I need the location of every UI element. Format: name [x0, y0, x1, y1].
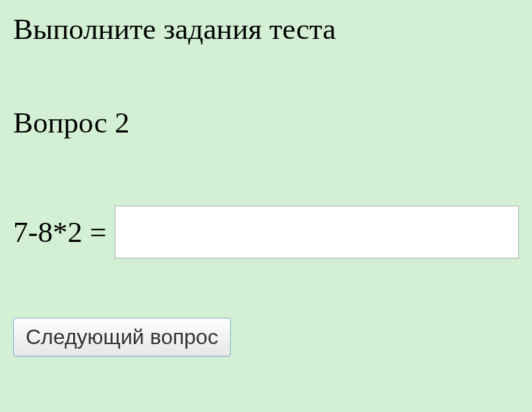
next-question-button[interactable]: Следующий вопрос	[13, 318, 231, 357]
question-heading: Вопрос 2	[13, 105, 519, 140]
instruction-text: Выполните задания теста	[13, 12, 519, 46]
answer-input[interactable]	[115, 206, 519, 258]
question-expression: 7-8*2 =	[13, 215, 107, 249]
question-row: 7-8*2 =	[13, 206, 519, 258]
